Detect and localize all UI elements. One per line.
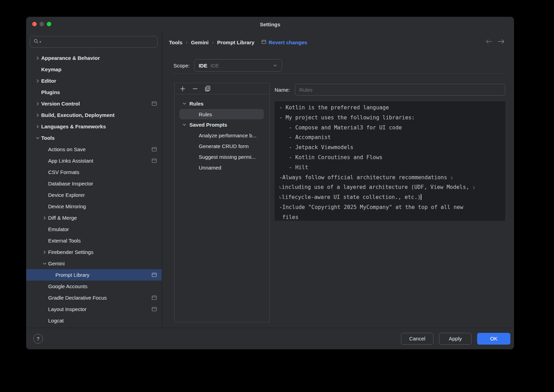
sidebar-item-tools[interactable]: Tools bbox=[26, 132, 162, 144]
editor-line: ↳lifecycle-aware UI state collection., e… bbox=[279, 192, 500, 202]
chevron-right-icon bbox=[35, 78, 41, 84]
prompt-group-saved-prompts[interactable]: Saved Prompts bbox=[175, 119, 269, 130]
back-arrow-icon[interactable] bbox=[485, 39, 493, 46]
modified-settings-icon bbox=[152, 307, 157, 311]
softwrap-start-icon: ↳ bbox=[279, 195, 282, 200]
sidebar-item-firebender-settings[interactable]: Firebender Settings bbox=[26, 246, 162, 258]
sidebar-item-appearance-behavior[interactable]: Appearance & Behavior bbox=[26, 52, 162, 64]
editor-line: - Accompanist bbox=[279, 133, 500, 143]
sidebar-item-external-tools[interactable]: External Tools bbox=[26, 235, 162, 246]
minimize-window-button[interactable] bbox=[39, 22, 44, 26]
titlebar: Settings bbox=[26, 17, 514, 31]
prompt-group-rules[interactable]: Rules bbox=[175, 98, 269, 109]
forward-arrow-icon[interactable] bbox=[498, 39, 505, 46]
scope-row: Scope: IDE IDE bbox=[173, 59, 514, 72]
prompt-item-unnamed[interactable]: Unnamed bbox=[175, 162, 269, 173]
apply-button[interactable]: Apply bbox=[439, 333, 472, 345]
editor-line: - Kotlin Coroutines and Flows bbox=[279, 153, 500, 163]
history-navigation bbox=[485, 39, 505, 46]
modified-settings-icon bbox=[152, 147, 157, 152]
scope-label: Scope: bbox=[173, 63, 190, 69]
chevron-right-icon bbox=[35, 124, 41, 129]
prompt-item-rules[interactable]: Rules bbox=[179, 109, 264, 119]
sidebar-item-actions-on-save[interactable]: Actions on Save bbox=[26, 144, 162, 155]
prompt-name-row: Name: bbox=[275, 83, 505, 97]
editor-line: ↳including use of a layered architecture… bbox=[279, 182, 500, 192]
name-label: Name: bbox=[275, 87, 290, 93]
dialog-footer: ? Cancel Apply OK bbox=[26, 328, 514, 349]
scope-value: IDE bbox=[211, 63, 219, 69]
prompt-detail: Name: - Kotlin is the preferred language… bbox=[275, 83, 505, 328]
modified-settings-icon bbox=[152, 273, 157, 277]
sidebar-item-languages-frameworks[interactable]: Languages & Frameworks bbox=[26, 121, 162, 132]
close-window-button[interactable] bbox=[32, 22, 37, 26]
sidebar-item-prompt-library[interactable]: Prompt Library bbox=[26, 269, 162, 281]
prompt-text-editor[interactable]: - Kotlin is the preferred language - My … bbox=[275, 101, 505, 221]
scope-tag: IDE bbox=[199, 63, 207, 69]
cancel-button[interactable]: Cancel bbox=[401, 333, 434, 345]
settings-sidebar: ▾ Appearance & Behavior Keymap Editor Pl… bbox=[26, 31, 162, 328]
breadcrumb-tools[interactable]: Tools bbox=[169, 39, 182, 45]
editor-line: - Compose and Material3 for UI code bbox=[279, 123, 500, 133]
sidebar-item-google-accounts[interactable]: Google Accounts bbox=[26, 281, 162, 292]
sidebar-item-logcat[interactable]: Logcat bbox=[26, 315, 162, 326]
sidebar-item-plugins[interactable]: Plugins bbox=[26, 86, 162, 98]
scope-select[interactable]: IDE IDE bbox=[194, 59, 282, 72]
editor-line: - Jetpack Viewmodels bbox=[279, 143, 500, 153]
chevron-down-icon bbox=[42, 261, 48, 266]
chevron-right-icon bbox=[42, 249, 48, 255]
chevron-right-icon bbox=[35, 101, 41, 107]
text-caret bbox=[421, 194, 421, 200]
prompt-item-suggest-missing-permissions[interactable]: Suggest missing permi... bbox=[175, 152, 269, 162]
chevron-down-icon bbox=[182, 101, 189, 106]
prompt-item-generate-crud-form[interactable]: Generate CRUD form bbox=[175, 141, 269, 152]
editor-line: -Always follow official architecture rec… bbox=[279, 173, 500, 183]
modified-settings-icon bbox=[261, 39, 266, 45]
sidebar-item-gemini[interactable]: Gemini bbox=[26, 258, 162, 269]
sidebar-item-layout-inspector[interactable]: Layout Inspector bbox=[26, 303, 162, 315]
sidebar-item-database-inspector[interactable]: Database Inspector bbox=[26, 178, 162, 189]
breadcrumb-prompt-library: Prompt Library bbox=[217, 39, 254, 45]
sidebar-item-app-links-assistant[interactable]: App Links Assistant bbox=[26, 155, 162, 166]
help-button[interactable]: ? bbox=[33, 334, 43, 344]
traffic-lights bbox=[32, 22, 51, 26]
sidebar-item-device-mirroring[interactable]: Device Mirroring bbox=[26, 201, 162, 212]
sidebar-item-device-explorer[interactable]: Device Explorer bbox=[26, 189, 162, 201]
settings-search-field[interactable]: ▾ bbox=[30, 36, 158, 48]
settings-dialog: Settings ▾ Appearance & Behavior Keymap … bbox=[26, 17, 514, 349]
sidebar-item-keymap[interactable]: Keymap bbox=[26, 64, 162, 75]
breadcrumb-separator: › bbox=[212, 39, 214, 45]
breadcrumb-gemini[interactable]: Gemini bbox=[191, 39, 209, 45]
prompt-tree: Rules Rules Saved Prompts Analyze perfor… bbox=[175, 94, 269, 173]
modified-settings-icon bbox=[152, 158, 157, 163]
settings-content: Tools › Gemini › Prompt Library Revert c… bbox=[162, 31, 514, 328]
section-divider bbox=[173, 73, 506, 74]
editor-line: - Hilt bbox=[279, 163, 500, 173]
sidebar-item-emulator[interactable]: Emulator bbox=[26, 224, 162, 235]
ok-button[interactable]: OK bbox=[477, 333, 510, 345]
sidebar-item-editor[interactable]: Editor bbox=[26, 75, 162, 86]
sidebar-item-gradle-declarative-focus[interactable]: Gradle Declarative Focus bbox=[26, 292, 162, 303]
prompt-item-analyze-performance[interactable]: Analyze performance b... bbox=[175, 130, 269, 141]
window-title: Settings bbox=[260, 21, 280, 27]
revert-changes-link[interactable]: Revert changes bbox=[261, 39, 307, 45]
search-icon bbox=[33, 38, 39, 45]
copy-prompt-button[interactable] bbox=[203, 84, 212, 93]
softwrap-end-icon: ↴ bbox=[450, 175, 453, 180]
remove-prompt-button[interactable] bbox=[191, 84, 199, 93]
search-history-chevron-icon[interactable]: ▾ bbox=[39, 40, 41, 44]
add-prompt-button[interactable] bbox=[178, 84, 187, 93]
breadcrumb-separator: › bbox=[186, 39, 188, 45]
sidebar-item-csv-formats[interactable]: CSV Formats bbox=[26, 166, 162, 178]
zoom-window-button[interactable] bbox=[47, 22, 51, 26]
chevron-down-icon bbox=[182, 122, 189, 127]
sidebar-item-diff-merge[interactable]: Diff & Merge bbox=[26, 212, 162, 224]
search-input[interactable] bbox=[42, 39, 154, 45]
chevron-down-icon bbox=[272, 63, 278, 68]
chevron-right-icon bbox=[35, 55, 41, 61]
softwrap-end-icon: ↴ bbox=[472, 185, 475, 190]
sidebar-item-version-control[interactable]: Version Control bbox=[26, 98, 162, 109]
sidebar-item-build-execution-deployment[interactable]: Build, Execution, Deployment bbox=[26, 109, 162, 121]
editor-line: -Include "Copyright 2025 MyCompany" at t… bbox=[279, 202, 500, 212]
prompt-name-input[interactable] bbox=[295, 84, 505, 95]
